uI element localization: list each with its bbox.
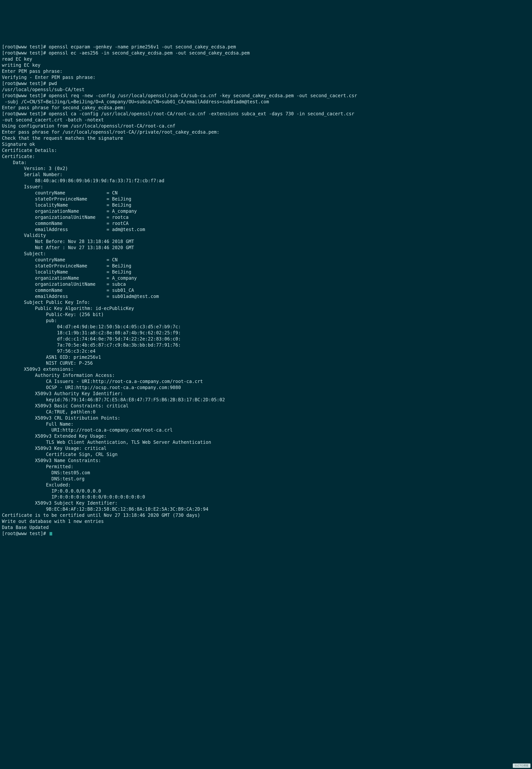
terminal-line: Full Name: — [2, 421, 530, 428]
terminal-line: CA Issuers - URI:http://root-ca.a-compan… — [2, 378, 530, 385]
terminal-line: 97:56:c3:2c:e4 — [2, 348, 530, 354]
terminal-line: Public-Key: (256 bit) — [2, 312, 530, 318]
terminal-line: -subj /C=CN/ST=BeiJing/L=BeiJing/O=A_com… — [2, 99, 530, 105]
terminal-line: TLS Web Client Authentication, TLS Web S… — [2, 440, 530, 446]
terminal-line: Excluded: — [2, 482, 530, 488]
terminal-line: X509v3 Authority Key Identifier: — [2, 391, 530, 397]
terminal-line: Certificate: — [2, 154, 530, 160]
terminal-line: ASN1 OID: prime256v1 — [2, 354, 530, 360]
terminal-line: keyid:76:79:14:46:B7:7C:E5:8A:E8:47:77:F… — [2, 397, 530, 403]
terminal-line: countryName = CN — [2, 190, 530, 196]
terminal-line: IP:0:0:0:0:0:0:0:0/0:0:0:0:0:0:0:0 — [2, 494, 530, 500]
terminal-line: Enter pass phrase for /usr/local/openssl… — [2, 129, 530, 135]
terminal-line: IP:0.0.0.0/0.0.0.0 — [2, 488, 530, 494]
terminal-line: commonName = sub01_CA — [2, 287, 530, 293]
terminal-line: Data: — [2, 160, 530, 166]
terminal-line: organizationName = A_company — [2, 208, 530, 214]
terminal-line: X509v3 Subject Key Identifier: — [2, 500, 530, 506]
terminal-line: Using configuration from /usr/local/open… — [2, 123, 530, 129]
terminal-line: X509v3 Key Usage: critical — [2, 446, 530, 452]
terminal-line: Enter PEM pass phrase: — [2, 68, 530, 75]
terminal-line: writing EC key — [2, 62, 530, 68]
terminal-line: Permitted: — [2, 464, 530, 470]
terminal-line: X509v3 extensions: — [2, 366, 530, 372]
terminal-line: organizationName = A_company — [2, 275, 530, 281]
terminal-line: 88:40:ac:09:86:09:b6:19:9d:fa:33:71:f2:c… — [2, 178, 530, 184]
terminal-line: [root@www test]# openssl req -new -confi… — [2, 93, 530, 99]
terminal-line: emailAddress = sub01adm@test.com — [2, 293, 530, 300]
terminal-line: X509v3 Basic Constraints: critical — [2, 403, 530, 409]
terminal-line: localityName = BeiJing — [2, 202, 530, 208]
terminal-line: Not Before: Nov 28 13:18:46 2018 GMT — [2, 239, 530, 245]
terminal-line: Not After : Nov 27 13:18:46 2020 GMT — [2, 245, 530, 251]
terminal-line: [root@www test]# — [2, 531, 530, 537]
terminal-line: Certificate is to be certified until Nov… — [2, 513, 530, 519]
terminal-line: -out second_cacert.crt -batch -notext — [2, 117, 530, 123]
cursor-icon — [50, 532, 52, 536]
terminal-line: Check that the request matches the signa… — [2, 135, 530, 141]
terminal-line: countryName = CN — [2, 257, 530, 263]
terminal-line: Verifying - Enter PEM pass phrase: — [2, 75, 530, 81]
terminal-line: Write out database with 1 new entries — [2, 519, 530, 525]
terminal-line: Authority Information Access: — [2, 372, 530, 378]
terminal-line: stateOrProvinceName = BeiJing — [2, 263, 530, 269]
terminal-line: Enter pass phrase for second_cakey_ecdsa… — [2, 105, 530, 111]
terminal-line: 9B:EC:B4:AF:12:B8:23:58:BC:12:86:8A:10:E… — [2, 506, 530, 513]
terminal-line: [root@www test]# openssl ec -aes256 -in … — [2, 50, 530, 56]
terminal-line: DNS:test05.com — [2, 470, 530, 476]
terminal-line: localityName = BeiJing — [2, 269, 530, 275]
terminal-line: Validity — [2, 232, 530, 239]
terminal-line: pub: — [2, 318, 530, 324]
terminal-line: DNS:test.org — [2, 476, 530, 482]
terminal-output: [root@www test]# openssl ecparam -genkey… — [2, 44, 530, 537]
terminal-line: [root@www test]# openssl ecparam -genkey… — [2, 44, 530, 50]
terminal-line: Subject Public Key Info: — [2, 299, 530, 305]
terminal-line: 18:c1:9b:31:a8:c2:8e:08:a7:4b:9c:62:02:2… — [2, 330, 530, 336]
terminal-line: organizationalUnitName = subca — [2, 281, 530, 287]
terminal-line: commonName = rootCA — [2, 220, 530, 227]
terminal-line: Certificate Details: — [2, 147, 530, 154]
terminal-line: Signature ok — [2, 141, 530, 147]
terminal-window[interactable]: [root@www test]# openssl ecparam -genkey… — [0, 30, 532, 545]
terminal-line: Certificate Sign, CRL Sign — [2, 452, 530, 458]
terminal-line: emailAddress = adm@test.com — [2, 227, 530, 233]
terminal-line: stateOrProvinceName = BeiJing — [2, 196, 530, 202]
terminal-line: Version: 3 (0x2) — [2, 166, 530, 172]
terminal-line: X509v3 Name Constraints: — [2, 458, 530, 464]
terminal-line: NIST CURVE: P-256 — [2, 360, 530, 366]
terminal-line: OCSP - URI:http://ocsp.root-ca.a-company… — [2, 385, 530, 391]
terminal-line: X509v3 CRL Distribution Points: — [2, 415, 530, 421]
terminal-line: 04:d7:e4:9d:be:12:50:5b:c4:05:c3:d5:e7:b… — [2, 324, 530, 330]
terminal-line: Subject: — [2, 251, 530, 257]
terminal-line: /usr/local/openssl/sub-CA/test — [2, 87, 530, 93]
terminal-line: [root@www test]# openssl ca -config /usr… — [2, 111, 530, 117]
terminal-line: CA:TRUE, pathlen:0 — [2, 409, 530, 415]
terminal-line: organizationalUnitName = rootca — [2, 214, 530, 220]
terminal-line: [root@www test]# pwd — [2, 81, 530, 87]
terminal-line: Public Key Algorithm: id-ecPublicKey — [2, 305, 530, 312]
terminal-line: read EC key — [2, 56, 530, 62]
terminal-line: X509v3 Extended Key Usage: — [2, 433, 530, 440]
terminal-line: Data Base Updated — [2, 525, 530, 531]
terminal-line: Issuer: — [2, 184, 530, 190]
terminal-line: Serial Number: — [2, 172, 530, 178]
terminal-line: df:dc:c1:74:64:0e:70:5d:74:22:2e:22:83:0… — [2, 336, 530, 342]
terminal-line: 7a:70:5e:4b:d5:87:c7:c9:8a:3b:bb:bd:77:9… — [2, 342, 530, 348]
terminal-line: URI:http://root-ca.a-company.com/root-ca… — [2, 427, 530, 433]
